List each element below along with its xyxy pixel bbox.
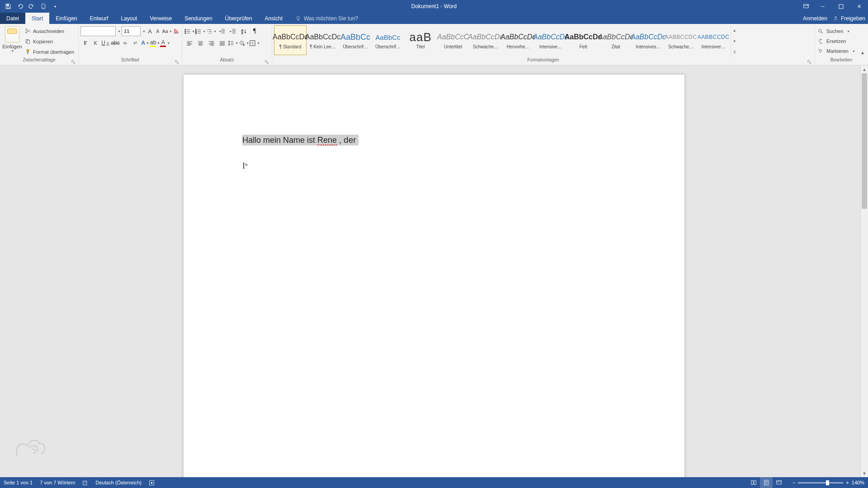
style-item-1[interactable]: AaBbCcDc¶ Kein Lee…: [307, 25, 339, 55]
style-item-3[interactable]: AaBbCcÜberschrif…: [372, 25, 404, 55]
qat-customize-icon[interactable]: ▾: [50, 1, 61, 12]
underline-button[interactable]: U▼: [100, 38, 110, 48]
show-paragraph-marks-button[interactable]: ¶: [249, 26, 260, 36]
styles-launcher[interactable]: [807, 59, 812, 65]
style-item-7[interactable]: AaBbCcDcHervorhe…: [502, 25, 534, 55]
style-item-8[interactable]: AaBbCcDcIntensive…: [534, 25, 567, 55]
borders-button[interactable]: ▼: [249, 38, 260, 48]
tab-insert[interactable]: Einfügen: [49, 13, 83, 24]
status-language[interactable]: Deutsch (Österreich): [95, 480, 141, 485]
strikethrough-button[interactable]: abc: [110, 38, 120, 48]
save-icon[interactable]: [3, 1, 14, 12]
style-item-10[interactable]: AaBbCcDcZitat: [599, 25, 632, 55]
font-size-combo[interactable]: [122, 26, 141, 36]
view-print-layout[interactable]: [760, 477, 773, 488]
tab-layout[interactable]: Layout: [114, 13, 143, 24]
replace-button[interactable]: ab Ersetzen: [816, 36, 866, 46]
clear-formatting-button[interactable]: [173, 26, 180, 36]
decrease-indent-button[interactable]: [217, 26, 227, 36]
sort-button[interactable]: AZ: [238, 26, 249, 36]
text-effects-button[interactable]: A▼: [140, 38, 150, 48]
undo-icon[interactable]: [14, 1, 25, 12]
shading-button[interactable]: ▼: [238, 38, 249, 48]
spelling-error[interactable]: Rene: [317, 136, 337, 145]
style-item-6[interactable]: AaBbCcDcSchwache…: [469, 25, 502, 55]
tab-start[interactable]: Start: [25, 13, 49, 24]
scrollbar-thumb[interactable]: [862, 73, 867, 209]
maximize-button[interactable]: [832, 0, 850, 13]
cut-button[interactable]: Ausschneiden: [24, 27, 75, 36]
tab-file[interactable]: Datei: [0, 13, 25, 24]
bullets-button[interactable]: ▼: [184, 26, 195, 36]
touch-mode-icon[interactable]: [38, 1, 49, 12]
font-size-dropdown[interactable]: ▼: [142, 30, 146, 33]
shrink-font-button[interactable]: A: [154, 26, 161, 36]
zoom-out-button[interactable]: −: [793, 480, 795, 485]
increase-indent-button[interactable]: [227, 26, 238, 36]
tab-review[interactable]: Überprüfen: [219, 13, 259, 24]
font-color-button[interactable]: A▼: [160, 38, 170, 48]
italic-button[interactable]: K: [90, 38, 100, 48]
style-item-13[interactable]: AABBCCDCIntensiver…: [697, 25, 730, 55]
status-word-count[interactable]: 7 von 7 Wörtern: [40, 480, 75, 485]
tab-references[interactable]: Verweise: [143, 13, 178, 24]
view-read-mode[interactable]: [747, 477, 760, 488]
numbering-button[interactable]: 123▼: [195, 26, 206, 36]
minimize-button[interactable]: ─: [814, 0, 832, 13]
style-item-0[interactable]: AaBbCcDc¶ Standard: [274, 25, 307, 55]
grow-font-button[interactable]: A: [146, 26, 153, 36]
multilevel-list-button[interactable]: ▼: [206, 26, 217, 36]
zoom-slider-thumb[interactable]: [826, 480, 829, 485]
font-name-combo[interactable]: [80, 26, 116, 36]
find-button[interactable]: Suchen▼: [816, 26, 866, 36]
tab-mailings[interactable]: Sendungen: [178, 13, 218, 24]
share-button[interactable]: Freigeben: [833, 15, 865, 22]
tab-view[interactable]: Ansicht: [259, 13, 289, 24]
superscript-button[interactable]: x²: [130, 38, 140, 48]
copy-button[interactable]: Kopieren: [24, 37, 75, 46]
zoom-level[interactable]: 140%: [852, 480, 864, 485]
subscript-button[interactable]: x₂: [120, 38, 130, 48]
font-name-dropdown[interactable]: ▼: [118, 30, 121, 33]
collapse-ribbon-button[interactable]: ▲: [859, 49, 867, 56]
view-web-layout[interactable]: [773, 477, 785, 488]
styles-more-2[interactable]: ⊻: [731, 47, 738, 57]
document-text[interactable]: Hallo mein Name ist Rene , der: [242, 133, 626, 147]
style-item-5[interactable]: AaBbCcCUntertitel: [437, 25, 469, 55]
change-case-button[interactable]: Aa▼: [162, 26, 172, 36]
style-item-11[interactable]: AaBbCcDcIntensives…: [632, 25, 665, 55]
redo-icon[interactable]: [26, 1, 37, 12]
scroll-up-icon[interactable]: ▲: [861, 66, 868, 73]
zoom-in-button[interactable]: +: [846, 480, 849, 485]
styles-more-1[interactable]: ▼: [731, 36, 738, 47]
tab-design[interactable]: Entwurf: [84, 13, 115, 24]
paragraph-launcher[interactable]: [264, 59, 269, 65]
ribbon-display-options-icon[interactable]: [798, 0, 814, 13]
line-spacing-button[interactable]: ▼: [227, 38, 238, 48]
status-proofing[interactable]: [82, 480, 88, 486]
align-left-button[interactable]: [184, 38, 195, 48]
align-center-button[interactable]: [195, 38, 206, 48]
signin-link[interactable]: Anmelden: [803, 15, 827, 22]
font-launcher[interactable]: [174, 59, 179, 65]
styles-more-0[interactable]: ▲: [731, 25, 738, 36]
tell-me-search[interactable]: Was möchten Sie tun?: [289, 13, 358, 24]
vertical-scrollbar[interactable]: ▲ ▼: [860, 66, 868, 477]
style-item-2[interactable]: AaBbCcÜberschrif…: [339, 25, 372, 55]
status-macro[interactable]: [149, 480, 155, 486]
format-painter-button[interactable]: Format übertragen: [24, 47, 75, 56]
document-page[interactable]: Hallo mein Name ist Rene , der I≡: [184, 75, 684, 477]
justify-button[interactable]: [217, 38, 227, 48]
clipboard-launcher[interactable]: [71, 59, 76, 65]
highlight-button[interactable]: ab▼: [150, 38, 160, 48]
paste-button[interactable]: Einfügen ▼: [2, 25, 23, 57]
bold-button[interactable]: F: [80, 38, 90, 48]
zoom-slider[interactable]: [798, 482, 843, 483]
close-button[interactable]: ✕: [850, 0, 868, 13]
status-page[interactable]: Seite 1 von 1: [4, 480, 33, 485]
scroll-down-icon[interactable]: ▼: [861, 469, 868, 477]
style-item-4[interactable]: aaBTitel: [404, 25, 437, 55]
style-item-12[interactable]: AABBCCDCSchwache…: [665, 25, 697, 55]
style-item-9[interactable]: AaBbCcDcFett: [567, 25, 599, 55]
selected-text[interactable]: Hallo mein Name ist Rene , der: [242, 135, 359, 145]
